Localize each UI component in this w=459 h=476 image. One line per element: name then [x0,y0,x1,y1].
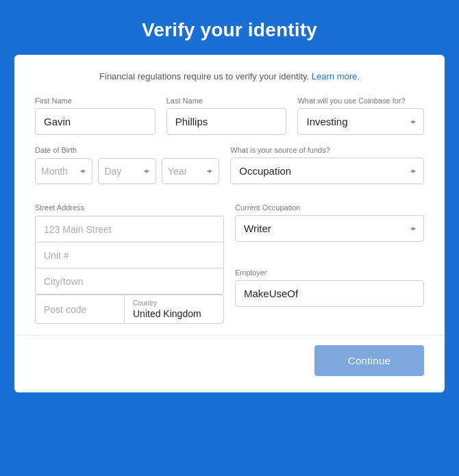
dob-month-group: Month [35,158,92,184]
source-of-funds-select[interactable]: Occupation [230,158,424,184]
dob-year-select[interactable]: Year [162,158,219,184]
last-name-input[interactable] [166,108,287,135]
page-header: Verify your identity [0,0,459,55]
dob-day-select[interactable]: Day [98,158,156,184]
country-label: Country [133,299,215,307]
learn-more-link[interactable]: Learn more [312,71,357,82]
continue-button[interactable]: Continue [314,345,424,376]
current-occupation-group: Current Occupation Writer [235,203,424,259]
employer-group: Employer [235,268,424,324]
dob-inputs: Month Day Year [35,158,219,184]
coinbase-use-label: What will you use Coinbase for? [297,97,424,105]
street-input[interactable] [35,216,224,242]
current-occupation-label: Current Occupation [235,203,424,212]
dob-funds-row: Date of Birth Month Day Year [35,146,424,194]
postcode-country-row: Country United Kingdom [35,295,224,324]
dob-day-group: Day [98,158,156,184]
unit-input[interactable] [35,242,224,268]
last-name-group: Last Name [166,97,287,135]
country-value: United Kingdom [133,308,215,319]
street-address-label: Street Address [35,203,224,212]
coinbase-use-group: What will you use Coinbase for? Investin… [297,97,424,135]
employer-label: Employer [235,268,424,277]
coinbase-use-select[interactable]: Investing [297,108,424,135]
current-occupation-select[interactable]: Writer [235,215,424,242]
first-name-group: First Name [35,97,156,135]
page-title: Verify your identity [14,19,445,41]
dob-section: Date of Birth Month Day Year [35,146,219,194]
source-of-funds-label: What is your source of funds? [230,146,424,154]
name-coinbase-row: First Name Last Name What will you use C… [35,97,424,135]
dob-label: Date of Birth [35,146,219,154]
address-occupation-row: Street Address Country United Kingdom Cu… [35,203,424,324]
form-footer: Continue [35,345,424,379]
dob-month-select[interactable]: Month [35,158,92,184]
dob-year-group: Year [162,158,219,184]
postcode-input[interactable] [35,295,124,324]
first-name-label: First Name [35,97,156,105]
city-input[interactable] [35,268,224,295]
info-text: Financial regulations require us to veri… [35,71,424,82]
employer-input[interactable] [235,280,424,307]
source-of-funds-group: What is your source of funds? Occupation [230,146,424,194]
address-section: Street Address Country United Kingdom [35,203,224,324]
divider [14,335,445,336]
form-card: Financial regulations require us to veri… [14,55,445,392]
last-name-label: Last Name [166,97,287,105]
country-box: Country United Kingdom [124,295,224,324]
first-name-input[interactable] [35,108,156,135]
street-inputs [35,216,224,295]
occupation-employer-section: Current Occupation Writer Employer [235,203,424,324]
